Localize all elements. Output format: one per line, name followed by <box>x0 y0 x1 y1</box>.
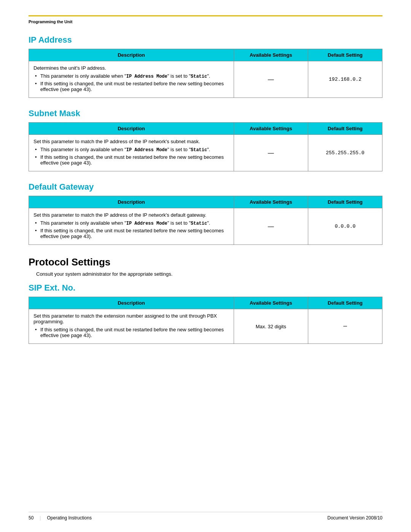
sip-bullet-1: If this setting is changed, the unit mus… <box>33 327 229 338</box>
footer-right: Document Version 2008/10 <box>327 515 382 521</box>
top-header: Programming the Unit <box>29 15 382 24</box>
ip-desc-text: Determines the unit's IP address. <box>33 65 106 71</box>
gateway-default-cell: 0.0.0.0 <box>308 208 382 245</box>
sip-desc-text: Set this parameter to match the extensio… <box>33 313 217 324</box>
gateway-desc-text: Set this parameter to match the IP addre… <box>33 212 206 218</box>
subnet-default-cell: 255.255.255.0 <box>308 135 382 171</box>
ip-bullet-1: This parameter is only available when "I… <box>33 73 229 79</box>
subnet-desc-header: Description <box>29 123 234 135</box>
footer-left: 50 | Operating Instructions <box>29 515 92 521</box>
ip-default-cell: 192.168.0.2 <box>308 61 382 98</box>
subnet-bullet-2: If this setting is changed, the unit mus… <box>33 154 229 166</box>
sip-available-cell: Max. 32 digits <box>234 309 308 344</box>
sip-desc-header: Description <box>29 297 234 309</box>
ip-desc-header: Description <box>29 49 234 61</box>
subnet-available-header: Available Settings <box>234 123 308 135</box>
gateway-bullet-1: This parameter is only available when "I… <box>33 220 229 226</box>
ip-address-table: Description Available Settings Default S… <box>29 49 382 98</box>
sip-table: Description Available Settings Default S… <box>29 297 382 344</box>
subnet-bullet-list: This parameter is only available when "I… <box>33 147 229 166</box>
gateway-available-cell: — <box>234 208 308 245</box>
subnet-available-cell: — <box>234 135 308 171</box>
footer-left-label: Operating Instructions <box>47 515 91 521</box>
gateway-description-cell: Set this parameter to match the IP addre… <box>29 208 234 245</box>
subnet-mask-section: Subnet Mask Description Available Settin… <box>29 109 382 171</box>
protocol-settings-section: Protocol Settings Consult your system ad… <box>29 256 382 277</box>
subnet-description-cell: Set this parameter to match the IP addre… <box>29 135 234 171</box>
page-footer: 50 | Operating Instructions Document Ver… <box>29 512 382 521</box>
ip-available-value: — <box>268 76 274 83</box>
sip-default-cell: — <box>308 309 382 344</box>
gateway-available-header: Available Settings <box>234 196 308 208</box>
breadcrumb: Programming the Unit <box>29 19 73 24</box>
ip-address-section: IP Address Description Available Setting… <box>29 35 382 98</box>
subnet-bullet-1: This parameter is only available when "I… <box>33 147 229 153</box>
gateway-bullet-list: This parameter is only available when "I… <box>33 220 229 239</box>
gateway-available-value: — <box>268 223 274 230</box>
ip-available-cell: — <box>234 61 308 98</box>
sip-bullet-list: If this setting is changed, the unit mus… <box>33 327 229 338</box>
sip-default-value: — <box>343 323 347 330</box>
sip-description-cell: Set this parameter to match the extensio… <box>29 309 234 344</box>
ip-description-cell: Determines the unit's IP address. This p… <box>29 61 234 98</box>
gateway-bullet-2: If this setting is changed, the unit mus… <box>33 228 229 239</box>
ip-available-header: Available Settings <box>234 49 308 61</box>
footer-page-number: 50 <box>29 515 33 521</box>
sip-section: SIP Ext. No. Description Available Setti… <box>29 283 382 344</box>
default-gateway-table: Description Available Settings Default S… <box>29 196 382 245</box>
subnet-mask-table: Description Available Settings Default S… <box>29 122 382 171</box>
sip-heading: SIP Ext. No. <box>29 283 382 293</box>
footer-right-label: Document Version 2008/10 <box>327 515 382 521</box>
subnet-default-header: Default Setting <box>308 123 382 135</box>
protocol-settings-subtext: Consult your system administrator for th… <box>29 271 382 277</box>
ip-bullet-2: If this setting is changed, the unit mus… <box>33 81 229 92</box>
gateway-default-header: Default Setting <box>308 196 382 208</box>
ip-address-heading: IP Address <box>29 35 382 45</box>
sip-default-header: Default Setting <box>308 297 382 309</box>
ip-default-header: Default Setting <box>308 49 382 61</box>
default-gateway-section: Default Gateway Description Available Se… <box>29 182 382 245</box>
sip-available-header: Available Settings <box>234 297 308 309</box>
footer-pipe: | <box>40 515 41 521</box>
subnet-mask-heading: Subnet Mask <box>29 109 382 118</box>
subnet-available-value: — <box>268 150 274 156</box>
gateway-desc-header: Description <box>29 196 234 208</box>
subnet-desc-text: Set this parameter to match the IP addre… <box>33 139 200 144</box>
default-gateway-heading: Default Gateway <box>29 182 382 192</box>
protocol-settings-heading: Protocol Settings <box>29 256 382 268</box>
page-container: Programming the Unit IP Address Descript… <box>0 0 411 377</box>
ip-bullet-list: This parameter is only available when "I… <box>33 73 229 92</box>
